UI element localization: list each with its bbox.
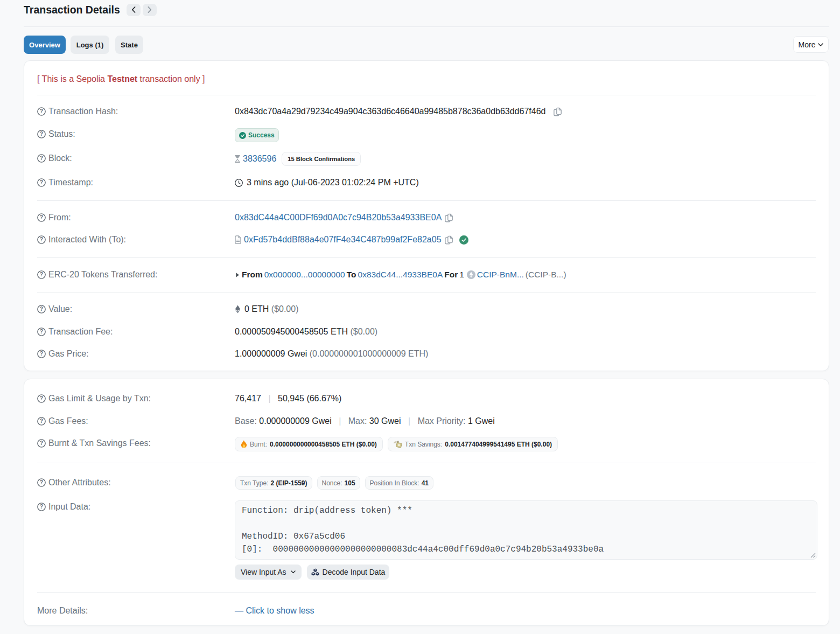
- svg-text:?: ?: [40, 479, 43, 485]
- svg-text:?: ?: [40, 179, 43, 185]
- svg-text:?: ?: [40, 418, 43, 424]
- svg-text:?: ?: [40, 351, 43, 357]
- svg-text:?: ?: [40, 271, 43, 277]
- svg-text:?: ?: [40, 131, 43, 137]
- svg-text:?: ?: [40, 306, 43, 312]
- svg-text:?: ?: [40, 236, 43, 242]
- svg-text:?: ?: [40, 329, 43, 335]
- svg-text:?: ?: [40, 440, 43, 446]
- svg-text:?: ?: [40, 395, 43, 401]
- svg-text:?: ?: [40, 504, 43, 510]
- svg-text:?: ?: [40, 214, 43, 220]
- svg-text:?: ?: [40, 108, 43, 114]
- svg-text:?: ?: [40, 155, 43, 161]
